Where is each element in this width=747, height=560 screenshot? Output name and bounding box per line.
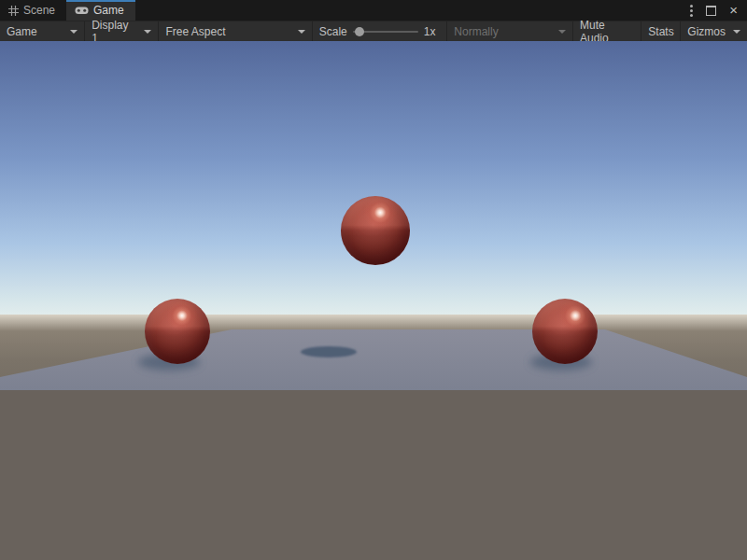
stats-button[interactable]: Stats bbox=[641, 21, 681, 41]
scale-label: Scale bbox=[319, 25, 347, 38]
gamepad-icon bbox=[75, 6, 89, 15]
aspect-ratio-dropdown[interactable]: Free Aspect bbox=[159, 21, 312, 41]
sphere-airborne bbox=[341, 196, 410, 265]
tab-scene[interactable]: Scene bbox=[0, 0, 66, 21]
gizmos-label: Gizmos bbox=[687, 25, 726, 38]
aspect-label: Free Aspect bbox=[165, 25, 225, 38]
close-icon[interactable]: × bbox=[729, 3, 738, 17]
scale-slider-knob[interactable] bbox=[355, 27, 364, 36]
maximize-icon[interactable] bbox=[706, 6, 716, 16]
sphere-right bbox=[532, 299, 598, 364]
kebab-menu-icon[interactable] bbox=[690, 9, 693, 12]
tab-scene-label: Scene bbox=[23, 4, 55, 17]
tab-game-label: Game bbox=[93, 4, 124, 17]
chevron-down-icon bbox=[558, 30, 566, 34]
view-popup-dropdown[interactable]: Game bbox=[0, 21, 85, 41]
scene-ground-and-shadows bbox=[0, 41, 747, 560]
chevron-down-icon bbox=[298, 30, 305, 34]
game-toolbar: Game Display 1 Free Aspect Scale 1x Norm… bbox=[0, 21, 747, 41]
chevron-down-icon bbox=[144, 30, 151, 34]
window-controls: × bbox=[690, 0, 747, 21]
chevron-down-icon bbox=[70, 30, 78, 34]
sphere-left bbox=[145, 299, 210, 364]
stats-label: Stats bbox=[648, 25, 673, 38]
gizmos-dropdown[interactable]: Gizmos bbox=[681, 21, 747, 41]
scale-control: Scale 1x bbox=[313, 21, 448, 41]
ground-near bbox=[0, 390, 747, 560]
game-viewport[interactable] bbox=[0, 41, 747, 560]
display-dropdown[interactable]: Display 1 bbox=[85, 21, 159, 41]
chevron-down-icon bbox=[733, 30, 740, 34]
scene-grid-icon bbox=[8, 6, 19, 16]
scale-slider[interactable] bbox=[353, 26, 418, 37]
scale-value: 1x bbox=[424, 25, 436, 38]
shadow-airborne-sphere bbox=[301, 346, 357, 357]
play-focus-dropdown: Normally bbox=[447, 21, 573, 41]
mute-audio-button[interactable]: Mute Audio bbox=[573, 21, 641, 41]
play-focus-label: Normally bbox=[454, 25, 498, 38]
view-popup-label: Game bbox=[7, 25, 37, 38]
unity-game-window: Scene Game × Game Display 1 bbox=[0, 0, 747, 560]
